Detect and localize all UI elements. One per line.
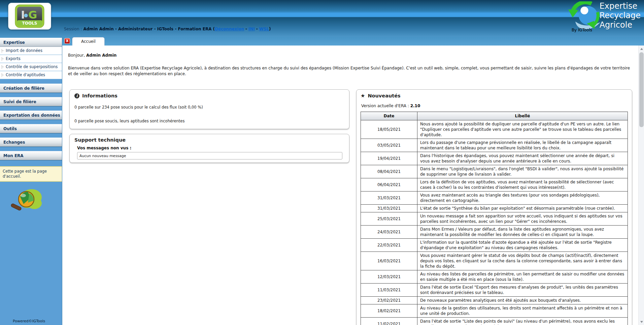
- ini-link[interactable]: INI: [248, 27, 255, 31]
- sidebar-item[interactable]: Exports: [0, 55, 62, 63]
- version-label: Version actuelle d'ERA :: [361, 104, 409, 108]
- news-row: 31/03/2021 Vous avez maintenant accès au…: [361, 191, 628, 205]
- sidebar-section-header[interactable]: Création de filière: [0, 84, 62, 93]
- news-libelle-cell: Au niveau des listes de parcelles de pér…: [417, 270, 628, 284]
- news-libelle-cell: Dans l'état de sortie Excel "Export des …: [417, 284, 628, 297]
- news-row: 08/04/2021 Dans le menu "Logistique/Livr…: [361, 165, 628, 178]
- app-header: I G TOOLS Session : Admin Admin - Admini…: [0, 0, 644, 37]
- news-row: 11/03/2021 Dans l'état de sortie Excel "…: [361, 284, 628, 297]
- sidebar-item[interactable]: Contrôle de superpositions: [0, 63, 62, 71]
- branch-icon: [2, 49, 4, 53]
- support-title-row: Support technique: [74, 137, 344, 143]
- sidebar-section-label: Outils: [3, 126, 17, 131]
- wsl-link[interactable]: WSL: [259, 27, 269, 31]
- news-libelle-cell: Dans le menu "Logistique/Livraisons", da…: [417, 165, 628, 178]
- session-separator: -: [245, 27, 247, 31]
- informations-panel: i Informations 0 parcelle sur 234 pose s…: [69, 89, 349, 129]
- news-libelle-cell: Dans Mon Ermes / Valeurs par défaut, dan…: [417, 226, 628, 239]
- support-panel: Support technique Vos messages non vus :: [69, 134, 349, 163]
- sidebar: ExpertiseImport de donnéesExportsContrôl…: [0, 38, 62, 325]
- news-row: 11/02/2021 Dans l'état de sortie "Liste …: [361, 318, 628, 325]
- branch-icon: [2, 65, 4, 69]
- nouveautes-title-row: ★ Nouveautés: [361, 93, 628, 98]
- greeting: Bonjour, Admin Admin: [68, 53, 638, 58]
- messages-label: Vos messages non vus :: [77, 146, 344, 150]
- panels-row: i Informations 0 parcelle sur 234 pose s…: [69, 89, 632, 325]
- news-date-cell: 03/05/2021: [361, 139, 417, 152]
- sidebar-item[interactable]: Contrôle d'aptitudes: [0, 71, 62, 79]
- session-separator: -: [256, 27, 258, 31]
- tab-accueil[interactable]: Accueil: [72, 37, 105, 46]
- left-column: i Informations 0 parcelle sur 234 pose s…: [69, 89, 349, 163]
- igtools-logo: I G TOOLS: [8, 3, 51, 30]
- news-row: 12/03/2021 Au niveau des listes de parce…: [361, 270, 628, 284]
- sidebar-section-header[interactable]: Mon ERA: [0, 151, 62, 160]
- news-date-cell: 18/02/2021: [361, 304, 417, 318]
- sidebar-section-header[interactable]: Outils: [0, 124, 62, 133]
- news-row: 16/03/2021 Vous pouvez maintenant gérer …: [361, 252, 628, 270]
- sidebar-section-label: Création de filière: [3, 86, 44, 91]
- news-row: 06/04/2021 Lors de la définition de vos …: [361, 178, 628, 191]
- news-date-cell: 12/03/2021: [361, 270, 417, 284]
- news-row: 18/02/2021 Au niveau de la gestion des u…: [361, 304, 628, 318]
- sidebar-item-label: Import de données: [6, 48, 42, 53]
- logout-link[interactable]: Déconnexion: [215, 27, 244, 31]
- news-row: 18/05/2021 Nous avons ajouté la possibil…: [361, 120, 628, 139]
- scroll-down-icon: [640, 321, 643, 323]
- brand-text: Expertise Recyclage Agricole: [600, 1, 641, 30]
- scroll-down-button[interactable]: [639, 319, 644, 325]
- sidebar-section-header[interactable]: Exportation des données: [0, 111, 62, 120]
- session-paren-close: ): [269, 27, 271, 31]
- news-col-libelle: Libellé: [417, 112, 628, 120]
- sidebar-item[interactable]: Import de données: [0, 47, 62, 55]
- close-icon: X: [66, 39, 69, 43]
- scroll-up-button[interactable]: [639, 46, 644, 52]
- version-line: Version actuelle d'ERA : 2.10: [361, 104, 628, 108]
- news-row: 19/04/2021 Dans l'historique des épandag…: [361, 152, 628, 165]
- news-date-cell: 11/03/2021: [361, 284, 417, 297]
- tab-strip: X Accueil: [0, 37, 644, 46]
- news-libelle-cell: Vous pouvez maintenant gérer le statut d…: [417, 252, 628, 270]
- news-date-cell: 19/04/2021: [361, 152, 417, 165]
- welcome-text: Bienvenue dans votre solution ERA (Exper…: [68, 65, 632, 77]
- sidebar-section-label: Expertise: [3, 40, 25, 45]
- star-icon: ★: [361, 93, 365, 98]
- news-libelle-cell: Dans l'état de sortie "Liste des points …: [417, 318, 628, 325]
- brand-line-3: Agricole: [600, 20, 641, 30]
- version-value: 2.10: [410, 104, 420, 108]
- news-libelle-cell: De nouveaux paramètres analytiques ont é…: [417, 297, 628, 304]
- news-libelle-cell: L'état de sortie "Synthèse du bilan par …: [417, 205, 628, 212]
- main-content: Bonjour, Admin Admin Bienvenue dans votr…: [63, 46, 638, 325]
- news-row: 24/03/2021 Dans Mon Ermes / Valeurs par …: [361, 226, 628, 239]
- sidebar-item-label: Contrôle de superpositions: [6, 64, 58, 69]
- news-libelle-cell: Lors de la définition de vos aptitudes, …: [417, 178, 628, 191]
- news-row: 22/03/2021 L'information sur la quantité…: [361, 239, 628, 252]
- sidebar-section-label: Mon ERA: [3, 153, 24, 158]
- info-line-flux: 0 parcelle sur 234 pose soucis pour le c…: [74, 105, 344, 110]
- news-header-row: Date Libellé: [361, 112, 628, 120]
- brand-line-1: Expertise: [600, 1, 641, 11]
- news-date-cell: 16/03/2021: [361, 252, 417, 270]
- session-label: Session :: [64, 27, 82, 31]
- news-date-cell: 22/03/2021: [361, 239, 417, 252]
- news-row: 03/05/2021 Lors du passage d'une campagn…: [361, 139, 628, 152]
- sidebar-section-header[interactable]: Suivi de filière: [0, 97, 62, 106]
- sidebar-item-label: Exports: [6, 56, 21, 61]
- news-libelle-cell: Au niveau de la gestion des utilisateurs…: [417, 304, 628, 318]
- nouveautes-panel: ★ Nouveautés Version actuelle d'ERA : 2.…: [356, 89, 632, 325]
- news-row: 25/03/2021 Un nouveau message a fait son…: [361, 212, 628, 226]
- nouveautes-title: Nouveautés: [368, 93, 400, 98]
- scrollbar-thumb[interactable]: [639, 52, 644, 127]
- news-date-cell: 25/03/2021: [361, 212, 417, 226]
- scroll-up-icon: [640, 48, 643, 50]
- vertical-scrollbar[interactable]: [638, 46, 644, 325]
- messages-input[interactable]: [77, 152, 342, 159]
- brand-line-2: Recyclage: [600, 11, 641, 20]
- close-tab-button[interactable]: X: [64, 38, 70, 44]
- sidebar-section-label: Exportation des données: [3, 113, 60, 118]
- sidebar-section-header[interactable]: Echanges: [0, 138, 62, 147]
- news-date-cell: 11/02/2021: [361, 318, 417, 325]
- sidebar-section-header[interactable]: Expertise: [0, 38, 62, 47]
- news-libelle-cell: Dans l'historique des épandages, vous po…: [417, 152, 628, 165]
- sidebar-menu: ExpertiseImport de donnéesExportsContrôl…: [0, 38, 62, 160]
